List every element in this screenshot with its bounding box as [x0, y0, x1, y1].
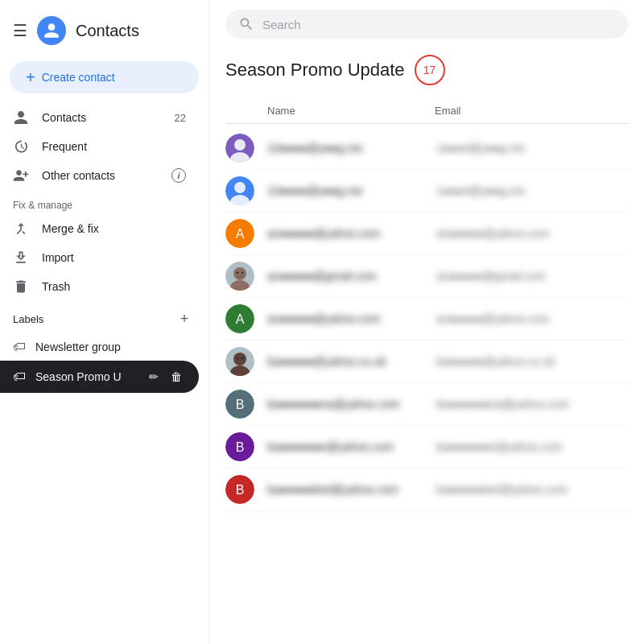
sidebar-item-other-contacts[interactable]: Other contacts i — [0, 161, 199, 190]
app-header: ☰ Contacts — [0, 10, 208, 58]
avatar: B — [225, 432, 254, 461]
person-icon — [13, 109, 29, 126]
contact-name: 10●●●●@y●●g.me — [267, 184, 436, 197]
sidebar-item-frequent[interactable]: Frequent — [0, 132, 199, 161]
contact-email: 1●●●4@y●●g.me — [436, 142, 628, 155]
contact-email: ba●●●●●●na@yahoo.com — [436, 398, 628, 411]
contact-name: an●●●●●@yahoo.com — [267, 312, 436, 325]
avatar: B — [225, 475, 254, 504]
plus-icon: + — [26, 69, 35, 85]
search-input[interactable] — [262, 18, 615, 31]
contacts-count: 22 — [175, 112, 186, 124]
import-label: Import — [42, 251, 74, 264]
table-row[interactable]: B ba●●●●●●e@yahoo.com ba●●●●●●e@yahoo.co… — [225, 426, 628, 469]
svg-text:B: B — [236, 398, 245, 411]
labels-title: Labels — [13, 313, 173, 325]
avatar — [225, 347, 254, 376]
history-icon — [13, 138, 29, 155]
table-header: Name Email — [225, 98, 628, 124]
app-title: Contacts — [76, 22, 139, 40]
delete-label-icon[interactable]: 🗑 — [167, 367, 186, 386]
contacts-label: Contacts — [42, 111, 86, 124]
search-bar[interactable] — [225, 10, 628, 39]
avatar: A — [225, 304, 254, 333]
app-icon — [37, 16, 66, 45]
avatar — [225, 262, 254, 291]
sidebar-item-trash[interactable]: Trash — [0, 272, 199, 301]
table-row[interactable]: 10●●●●@y●●g.me 1●●●4@y●●g.me — [225, 127, 628, 170]
label-edit-actions: ✏ 🗑 — [144, 367, 186, 386]
contact-email: ba●●●●●@yahoo.co.uk — [436, 355, 628, 368]
import-icon — [13, 250, 29, 266]
table-row[interactable]: A an●●●●●@yahoo.com an●●●●●@yahoo.com — [225, 213, 628, 255]
contact-name: ba●●●●●@yahoo.co.uk — [267, 355, 436, 368]
sidebar: ☰ Contacts + Create contact Contacts 22 … — [0, 0, 209, 644]
main-content: Season Promo Update 17 Name Email 10●●●●… — [209, 0, 644, 644]
table-row[interactable]: an●●●●●@gmail.com an●●●●●@gmail.com — [225, 255, 628, 298]
svg-point-11 — [237, 272, 239, 275]
contact-email: an●●●●●@yahoo.com — [436, 312, 628, 325]
svg-text:A: A — [236, 227, 245, 241]
label-icon-newsletter: 🏷 — [13, 340, 26, 354]
labels-section-header: Labels + — [0, 301, 208, 333]
hamburger-icon[interactable]: ☰ — [13, 21, 27, 40]
sidebar-item-import[interactable]: Import — [0, 243, 199, 272]
contact-name: ba●●●●●●na@yahoo.com — [267, 398, 436, 411]
count-badge: 17 — [415, 55, 445, 85]
svg-point-9 — [233, 267, 246, 280]
search-icon — [238, 16, 254, 32]
person-add-icon — [13, 167, 29, 184]
fix-manage-section-title: Fix & manage — [0, 190, 208, 214]
label-newsletter[interactable]: 🏷 Newsletter group — [0, 333, 199, 361]
avatar: A — [225, 219, 254, 248]
avatar: B — [225, 390, 254, 419]
content-header: Season Promo Update 17 — [225, 48, 628, 92]
svg-text:A: A — [236, 312, 245, 326]
contact-name: an●●●●●@gmail.com — [267, 270, 436, 283]
contact-email: an●●●●●@yahoo.com — [436, 227, 628, 240]
svg-point-12 — [242, 272, 244, 275]
table-row[interactable]: B ba●●●●●●na@yahoo.com ba●●●●●●na@yahoo.… — [225, 383, 628, 426]
sidebar-item-merge[interactable]: Merge & fix — [0, 214, 199, 243]
trash-icon — [13, 279, 29, 295]
svg-text:B: B — [236, 483, 245, 497]
create-contact-label: Create contact — [42, 71, 115, 84]
season-promo-label: Season Promo U — [35, 370, 122, 383]
contact-email: ba●●●●●●e@yahoo.com — [436, 440, 628, 453]
contact-name: ba●●●●●ited@yahoo.com — [267, 483, 436, 496]
column-name-header: Name — [225, 105, 435, 117]
content-title: Season Promo Update — [225, 60, 405, 80]
table-row[interactable]: 10●●●●@y●●g.me 1●●●4@y●●g.me — [225, 170, 628, 213]
contact-email: 1●●●4@y●●g.me — [436, 184, 628, 197]
label-season-promo[interactable]: 🏷 Season Promo U ✏ 🗑 — [0, 361, 199, 393]
table-row[interactable]: ba●●●●●@yahoo.co.uk ba●●●●●@yahoo.co.uk — [225, 341, 628, 383]
add-label-button[interactable]: + — [173, 308, 196, 330]
create-contact-button[interactable]: + Create contact — [10, 61, 199, 93]
sidebar-item-contacts[interactable]: Contacts 22 — [0, 103, 199, 132]
contact-email: an●●●●●@gmail.com — [436, 270, 628, 283]
info-icon[interactable]: i — [171, 168, 186, 183]
svg-text:B: B — [236, 440, 245, 454]
avatar — [225, 176, 254, 205]
avatar — [225, 134, 254, 163]
contact-name: 10●●●●@y●●g.me — [267, 142, 436, 155]
table-row[interactable]: B ba●●●●●ited@yahoo.com ba●●●●●ited@yaho… — [225, 469, 628, 511]
contacts-list-area: Season Promo Update 17 Name Email 10●●●●… — [209, 48, 644, 644]
other-contacts-label: Other contacts — [42, 169, 115, 182]
svg-point-19 — [242, 357, 244, 360]
contacts-container: 10●●●●@y●●g.me 1●●●4@y●●g.me 10●●●●@y●●g… — [225, 127, 628, 511]
svg-point-4 — [234, 182, 246, 193]
frequent-label: Frequent — [42, 140, 87, 153]
svg-point-16 — [233, 353, 246, 365]
trash-label: Trash — [42, 280, 70, 293]
svg-point-1 — [234, 139, 246, 151]
column-email-header: Email — [435, 105, 628, 117]
newsletter-label: Newsletter group — [35, 341, 121, 353]
merge-label: Merge & fix — [42, 222, 99, 235]
table-row[interactable]: A an●●●●●@yahoo.com an●●●●●@yahoo.com — [225, 298, 628, 341]
svg-point-18 — [237, 357, 239, 360]
label-icon-season-promo: 🏷 — [13, 369, 26, 384]
edit-label-icon[interactable]: ✏ — [144, 367, 163, 386]
contact-email: ba●●●●●ited@yahoo.com — [436, 483, 628, 496]
merge-icon — [13, 221, 29, 237]
